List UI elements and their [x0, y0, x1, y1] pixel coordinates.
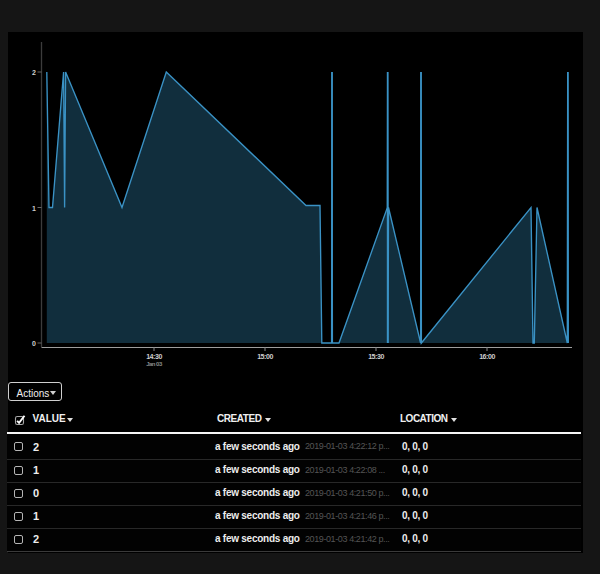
svg-text:15:30: 15:30: [368, 353, 384, 360]
svg-text:14:30: 14:30: [146, 353, 162, 360]
svg-text:1: 1: [32, 205, 36, 212]
svg-text:16:00: 16:00: [479, 353, 495, 360]
svg-text:0: 0: [32, 340, 36, 347]
svg-text:15:00: 15:00: [257, 353, 273, 360]
svg-text:Jan 03: Jan 03: [146, 361, 163, 367]
svg-text:2: 2: [32, 69, 36, 76]
